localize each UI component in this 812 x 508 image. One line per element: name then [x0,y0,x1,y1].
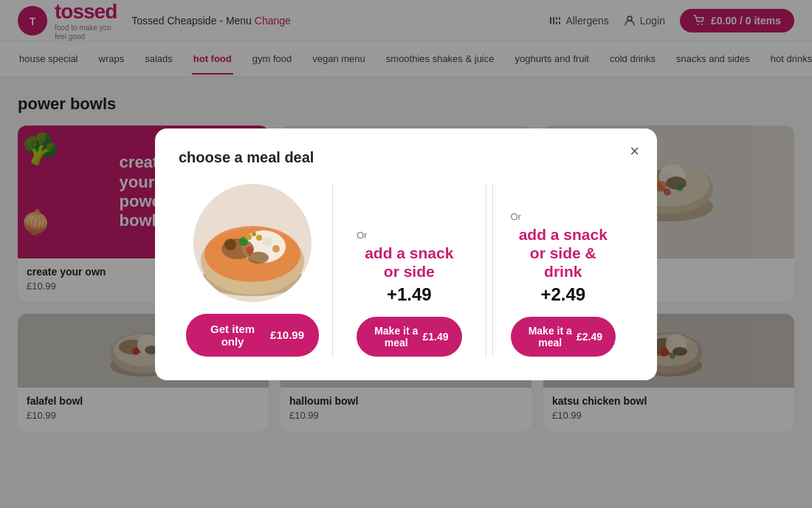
snack-side-drink-title: add a snack or side & drink [511,225,616,281]
modal-overlay[interactable]: choose a meal deal × [0,0,812,508]
divider-1 [332,184,333,357]
divider-2 [486,184,486,357]
svg-point-59 [248,252,269,264]
modal-bowl-image [193,184,312,302]
svg-point-64 [256,235,262,241]
get-item-only-button[interactable]: Get item only £10.99 [186,314,319,357]
get-item-label: Get item only [201,323,264,348]
modal-close-button[interactable]: × [630,143,639,159]
make-meal-1-button[interactable]: Make it a meal £1.49 [357,317,462,357]
make-meal-1-label: Make it a meal [370,325,422,349]
svg-point-60 [262,236,272,247]
svg-point-62 [246,234,252,240]
make-meal-1-price: £1.49 [422,331,448,343]
snack-side-option: Or add a snack or side +1.49 Make it a m… [339,184,480,357]
or-label-1: Or [357,230,367,241]
make-meal-2-label: Make it a meal [524,325,577,349]
svg-point-58 [246,247,253,254]
svg-point-61 [272,245,280,253]
svg-point-63 [252,232,256,236]
make-meal-2-price: £2.49 [577,331,602,343]
or-label-2: Or [511,211,521,222]
snack-side-drink-price: +2.49 [540,284,585,305]
meal-deal-modal: choose a meal deal × [155,128,657,380]
modal-title: choose a meal deal [179,149,633,166]
get-item-price: £10.99 [270,329,304,341]
snack-side-price: +1.49 [387,284,432,305]
modal-bowl-svg [193,184,312,302]
item-only-col: Get item only £10.99 [179,184,326,357]
modal-options: Get item only £10.99 Or add a snack or s… [179,184,633,357]
svg-point-56 [224,238,236,250]
snack-side-drink-option: Or add a snack or side & drink +2.49 Mak… [492,184,634,357]
snack-side-title: add a snack or side [365,244,453,281]
make-meal-2-button[interactable]: Make it a meal £2.49 [511,317,616,357]
